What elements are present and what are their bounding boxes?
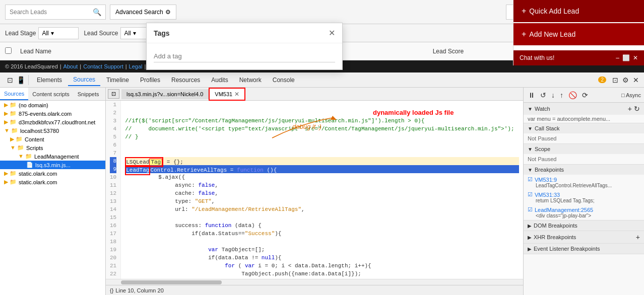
sub-tab-snippets[interactable]: Snippets [74,88,103,100]
step-out-button[interactable]: ↑ [558,90,565,100]
code-area[interactable]: 12345 67 8 9 1011121314 1516171819 20212… [106,101,523,279]
folder-icon: ▶ 📁 [4,119,17,125]
search-box[interactable]: 🔍 [5,5,106,20]
breakpoint-item: ☑ LeadManagement:2565 <div class="jp-pla… [524,205,644,220]
tab-profiles[interactable]: Profiles [135,75,165,86]
all-checkbox[interactable] [5,47,12,54]
watch-section: ▼ Watch + ↻ var menu = autocomplete.menu… [524,103,644,123]
tree-item-label: lsq.s3.min.js... [35,162,71,168]
deactivate-button[interactable]: 🚫 [567,90,578,100]
advanced-search-button[interactable]: Advanced Search ⚙ [110,5,176,20]
close-devtools-icon[interactable]: ✕ [632,75,640,85]
settings-icon[interactable]: ⚙ [621,75,630,85]
minimize-icon[interactable]: – [616,54,619,61]
collapse-triangle: ▶ [528,223,532,229]
dom-breakpoints-section: ▶ DOM Breakpoints [524,220,644,231]
tab-elements[interactable]: Elements [32,75,67,86]
bp-checkbox[interactable]: ☑ [528,176,533,183]
tree-item-875-events[interactable]: ▶ 📁 875-events.olark.com [0,109,105,118]
tree-item-cloudfront[interactable]: ▶ 📁 d3mzbdkbfcvx77.cloudfront.net [0,118,105,126]
close-icon[interactable]: ✕ [633,54,638,61]
tab-audits[interactable]: Audits [206,75,233,86]
lead-stage-filter: Lead Stage All ▾ [5,27,79,39]
tree-item-file[interactable]: 📄 lsq.s3.min.js... [0,161,105,169]
device-icon[interactable]: 📱 [16,75,26,85]
tree-item-static2[interactable]: ▶ 📁 static.olark.com [0,178,105,186]
tree-item-localhost[interactable]: ▼ 📁 localhost:53780 [0,126,105,135]
breakpoint-item: ☑ VM531:9 LeadTagControl.RetrieveAllTags… [524,175,644,190]
folder-icon: ▶ 📁 [4,179,17,185]
pause-button[interactable]: ⏸ [527,90,537,100]
tree-item-label: (no domain) [19,102,48,108]
lead-stage-select[interactable]: All ▾ [38,27,79,39]
scrollbar-thumb[interactable] [121,280,222,284]
lead-stage-value: All [42,30,48,37]
code-content[interactable]: //if($('script[src="/Content/TagManageme… [121,101,523,279]
tree-item-no-domain[interactable]: ▶ 📁 (no domain) [0,101,105,109]
xhr-add-btn[interactable]: + [636,233,640,241]
expand-icon[interactable]: ⬜ [622,54,630,61]
chat-widget[interactable]: Chat with us! – ⬜ ✕ [513,50,644,65]
modal-title: Tags [154,29,170,37]
watch-header[interactable]: ▼ Watch + ↻ [524,103,644,115]
sub-tab-content-scripts[interactable]: Content scripts [28,88,73,100]
folder-icon: ▼ 📁 [18,153,32,160]
watch-add-btn[interactable]: + [628,105,632,113]
legal-link[interactable]: Legal [129,63,143,69]
about-link[interactable]: About [63,63,78,69]
contact-link[interactable]: Contact Support [83,63,123,69]
scope-header[interactable]: ▼ Scope [524,144,644,154]
bp-code: LeadTagControl.RetrieveAllTags... [528,183,628,188]
dom-breakpoints-header[interactable]: ▶ DOM Breakpoints [524,220,644,231]
search-input[interactable] [10,9,93,16]
watch-refresh-btn[interactable]: ↻ [634,105,640,113]
devtools-nav-icons: ⊡ 📱 [4,75,29,85]
breakpoints-header[interactable]: ▼ Breakpoints [524,165,644,175]
expand-icon[interactable]: ⊡ [108,89,119,99]
modal-close-button[interactable]: ✕ [329,28,335,38]
tab-network[interactable]: Network [234,75,267,86]
tab-resources[interactable]: Resources [166,75,205,86]
event-listener-header[interactable]: ▶ Event Listener Breakpoints [524,244,644,254]
sub-tab-sources[interactable]: Sources [0,88,28,100]
step-over-button[interactable]: ↺ [539,90,548,100]
step-into-button[interactable]: ↓ [550,90,556,100]
tree-item-static1[interactable]: ▶ 📁 static.olark.com [0,169,105,178]
search-icon: 🔍 [93,8,101,16]
call-stack-header[interactable]: ▼ Call Stack [524,123,644,133]
tab-sources[interactable]: Sources [68,74,100,86]
notification-badge: 2 [598,77,606,83]
add-new-lead-button[interactable]: + Add New Lead [513,23,644,45]
tab-console[interactable]: Console [268,75,300,86]
tag-input[interactable] [154,50,335,62]
tree-item-leadmanagement[interactable]: ▼ 📁 LeadManagement [0,152,105,161]
braces-icon: {} [110,287,113,293]
code-line: //if($('script[src="/Content/TagManageme… [125,117,519,125]
bp-file[interactable]: LeadManagement:2565 [535,207,593,213]
tab-timeline[interactable]: Timeline [101,75,134,86]
quick-add-lead-button[interactable]: + Quick Add Lead [513,0,644,22]
bp-file[interactable]: VM531:9 [535,177,557,183]
inspect-icon[interactable]: ⊡ [6,75,14,85]
tree-item-label: Content [25,136,44,142]
tags-modal[interactable]: Tags ✕ [146,23,343,70]
async-step-button[interactable]: ⟳ [581,90,590,100]
watch-label: Watch [535,106,550,112]
tree-item-scripts[interactable]: ▼ 📁 Scripts [0,143,105,152]
bp-checkbox[interactable]: ☑ [528,206,533,213]
bp-checkbox[interactable]: ☑ [528,191,533,198]
editor-tab-vm[interactable]: VM531 ✕ [209,88,245,101]
tree-item-label: LeadManagement [34,154,79,160]
xhr-breakpoints-header[interactable]: ▶ XHR Breakpoints + [524,231,644,243]
select-all-checkbox[interactable] [5,47,20,55]
devtools-tabs-bar: ⊡ 📱 Elements Sources Timeline Profiles R… [0,72,644,88]
lead-stage-label: Lead Stage [5,30,36,37]
quick-add-label: Quick Add Lead [529,7,579,15]
code-scrollbar[interactable] [106,279,523,285]
close-tab-icon[interactable]: ✕ [234,91,239,98]
editor-tab-lsq[interactable]: lsq.s3.min.js?v...sion=Nickel4.0 [121,89,209,99]
settings-icon: ⚙ [165,9,171,16]
bp-file[interactable]: VM531:33 [535,192,560,198]
tree-item-content[interactable]: ▶ 📁 Content [0,135,105,143]
dock-icon[interactable]: ⊡ [611,75,619,85]
